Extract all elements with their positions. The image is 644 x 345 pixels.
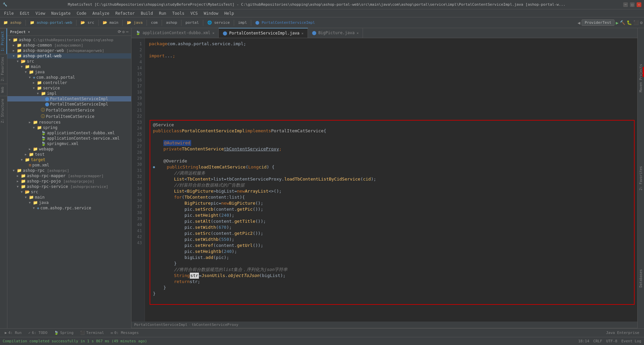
tab-todo[interactable]: ✓ 6: TODO bbox=[25, 330, 51, 336]
tab-portal-impl[interactable]: ⬤ PortalContentServiceImpl.java ✕ bbox=[219, 28, 308, 38]
menu-item-refactor[interactable]: Refactor bbox=[113, 10, 138, 16]
run-config[interactable]: ProviderTest bbox=[582, 19, 614, 26]
tree-item-portal-itemcat-impl[interactable]: ⬤ PortalItemCatServiceImpl bbox=[7, 101, 131, 107]
tree-item-portal-content-svc[interactable]: ⓘ PortalContentService bbox=[7, 107, 131, 113]
favorites-panel-label[interactable]: 2: Favorites bbox=[638, 163, 643, 193]
toolbar-portal[interactable]: portal bbox=[183, 20, 201, 25]
tree-item-rpc-src[interactable]: ▼ 📂 src bbox=[7, 189, 131, 195]
tree-item-portal-service-impl[interactable]: ⬤ PortalContentServiceImpl bbox=[7, 96, 131, 101]
portal-web-label: ashop-portal-web bbox=[23, 54, 62, 58]
menu-item-run[interactable]: Run bbox=[156, 10, 169, 16]
tree-item-target[interactable]: ▼ 📁 target bbox=[7, 157, 131, 162]
ln-43: 43 bbox=[131, 240, 145, 246]
breadcrumb-method[interactable]: tbContentServiceProxy bbox=[192, 323, 238, 327]
tree-item-rpc-main[interactable]: ▼ 📁 main bbox=[7, 195, 131, 200]
tree-item-main[interactable]: ▼ 📁 main bbox=[7, 64, 131, 69]
tree-item-service-xml[interactable]: 🍃 applicationContext-service.xml bbox=[7, 136, 131, 141]
toolbar-impl[interactable]: impl bbox=[236, 20, 249, 25]
tree-item-test[interactable]: ▶ 📁 test bbox=[7, 152, 131, 157]
sidebar-icon-sync[interactable]: ⟳ bbox=[118, 29, 121, 34]
menu-item-vcs[interactable]: VCS bbox=[188, 10, 201, 16]
tree-item-dubbo-xml[interactable]: 🍃 applicationContext-dubbo.xml bbox=[7, 130, 131, 136]
tab-bigpicture-close[interactable]: ✕ bbox=[357, 31, 359, 35]
close-button[interactable]: ✕ bbox=[637, 2, 641, 7]
tree-item-rpc-mapper[interactable]: ▶ 📁 ashop-rpc-mapper [ashoprpcmapper] bbox=[7, 173, 131, 179]
run-button[interactable]: ▶ bbox=[616, 20, 619, 25]
code-editor[interactable]: package com.ashop.portal.service.impl; i… bbox=[145, 38, 637, 322]
maximize-button[interactable]: □ bbox=[630, 2, 635, 7]
toolbar-ashop[interactable]: 📁 ashop bbox=[1, 20, 23, 25]
toolbar-class[interactable]: ⬤ PortalContentServiceImpl bbox=[253, 20, 317, 25]
menu-item-navigate[interactable]: Navigate bbox=[49, 10, 73, 16]
toolbar-src[interactable]: 📂 src bbox=[78, 20, 96, 25]
event-log[interactable]: Event Log bbox=[621, 339, 641, 343]
separator2 bbox=[76, 20, 76, 26]
toolbar-service[interactable]: 🌐 service bbox=[205, 20, 232, 25]
tree-item-ashop[interactable]: ▼ 📁 ashop C:\githubRepositories\shopping… bbox=[7, 37, 131, 43]
vtab-structure[interactable]: Z: Structure bbox=[0, 96, 7, 126]
cursor-position[interactable]: 18:14 bbox=[578, 339, 589, 343]
vtab-project[interactable]: 1: Project bbox=[0, 28, 7, 54]
menu-item-tools[interactable]: Tools bbox=[170, 10, 187, 16]
menu-item-view[interactable]: View bbox=[33, 10, 48, 16]
line-ending[interactable]: CRLF bbox=[593, 339, 602, 343]
sidebar-icon-settings[interactable]: ⚙ bbox=[122, 29, 125, 34]
menu-item-code[interactable]: Code bbox=[74, 10, 89, 16]
tab-spring[interactable]: 🍃 Spring bbox=[51, 330, 77, 336]
sidebar-icon-minimize[interactable]: — bbox=[126, 29, 128, 34]
tree-item-rpc-service[interactable]: ▼ 📁 ashop-rpc-service [ashoprpcservice] bbox=[7, 184, 131, 189]
tree-item-java[interactable]: ▼ 📁 java bbox=[7, 69, 131, 75]
toolbar-ashop2[interactable]: ashop bbox=[164, 20, 179, 25]
toolbar-main[interactable]: 📂 main bbox=[101, 20, 120, 25]
toolbar-portal-web[interactable]: 📁 ashop-portal-web bbox=[28, 20, 74, 25]
tree-item-ashop-common[interactable]: ▶ 📁 ashop-common [ashopcommon] bbox=[7, 43, 131, 48]
tree-item-rpc-package[interactable]: ▼ ◈ com.ashop.rpc.service bbox=[7, 205, 131, 211]
tree-item-pom[interactable]: m pom.xml bbox=[7, 162, 131, 168]
tree-item-webapp[interactable]: ▶ 📁 webapp bbox=[7, 146, 131, 152]
tree-item-ashop-rpc[interactable]: ▼ 📁 ashop-rpc [ashoprpc] bbox=[7, 168, 131, 173]
database-panel-label[interactable]: Databases bbox=[638, 267, 643, 290]
tree-item-package[interactable]: ▼ ◈ com.ashop.portal bbox=[7, 75, 131, 80]
tab-portal-close[interactable]: ✕ bbox=[302, 31, 304, 35]
debug-button[interactable]: 🐛 bbox=[627, 20, 632, 25]
toolbar-java[interactable]: 📂 java bbox=[125, 20, 145, 25]
tab-bigpicture[interactable]: ⬤ BigPicture.java ✕ bbox=[308, 28, 363, 38]
maven-panel-label[interactable]: Maven Projects bbox=[638, 61, 643, 95]
tree-item-springmvc-xml[interactable]: 🍃 springmvc.xml bbox=[7, 141, 131, 146]
tree-item-impl[interactable]: ▼ 📁 impl bbox=[7, 91, 131, 96]
tab-messages[interactable]: ✉ 0: Messages bbox=[107, 330, 142, 336]
tab-dubbo-xml[interactable]: 🍃 applicationContext-dubbo.xml ✕ bbox=[131, 28, 219, 38]
vtab-web[interactable]: Web bbox=[0, 84, 7, 95]
tab-dubbo-close[interactable]: ✕ bbox=[212, 31, 214, 35]
settings-icon[interactable]: ⚙ bbox=[640, 20, 643, 25]
breadcrumb-class[interactable]: PortalContentServiceImpl bbox=[134, 323, 187, 327]
menu-item-help[interactable]: Help bbox=[222, 10, 237, 16]
tab-java-enterprise[interactable]: Java Enterprise bbox=[603, 330, 643, 336]
tree-item-rpc-java[interactable]: ▼ 📁 java bbox=[7, 200, 131, 205]
tab-terminal[interactable]: ⬛ Terminal bbox=[77, 330, 107, 336]
tree-item-portal-itemcat-svc[interactable]: ⓘ PortalItemCatService bbox=[7, 113, 131, 120]
vtab-favorites[interactable]: 2: Favorites bbox=[0, 54, 7, 84]
menu-item-analyze[interactable]: Analyze bbox=[90, 10, 112, 16]
tree-item-ashop-manager[interactable]: ▶ 📁 ashop-manager-web [ashopmanagerweb] bbox=[7, 48, 131, 53]
encoding[interactable]: UTF-8 bbox=[606, 339, 617, 343]
tree-item-portal-web[interactable]: ▼ 📁 ashop-portal-web bbox=[7, 53, 131, 59]
tab-run[interactable]: ▶ 4: Run bbox=[1, 330, 25, 336]
tree-item-controller[interactable]: ▶ 📁 controller bbox=[7, 80, 131, 85]
toolbar-com[interactable]: com bbox=[149, 20, 160, 25]
tree-item-src[interactable]: ▼ 📂 src bbox=[7, 59, 131, 64]
menu-item-window[interactable]: Window bbox=[201, 10, 221, 16]
build-button[interactable]: 🔨 bbox=[620, 20, 625, 25]
menu-item-file[interactable]: File bbox=[1, 10, 16, 16]
tree-item-resources[interactable]: ▶ 📁 resources bbox=[7, 120, 131, 125]
toolbar-right: ◀ ProviderTest ▶ 🔨 🐛 ⬛ ⚙ bbox=[578, 19, 643, 26]
dubbo-xml-icon: 🍃 bbox=[41, 131, 46, 135]
tree-item-spring[interactable]: ▼ 📁 spring bbox=[7, 125, 131, 130]
minimize-button[interactable]: ─ bbox=[623, 2, 628, 7]
menu-item-build[interactable]: Build bbox=[138, 10, 156, 16]
menu-item-edit[interactable]: Edit bbox=[17, 10, 32, 16]
tree-item-rpc-pojo[interactable]: ▶ 📁 ashop-rpc-pojo [ashoprpcpojo] bbox=[7, 179, 131, 184]
tree-item-service[interactable]: ▼ 📁 service bbox=[7, 85, 131, 91]
stop-button[interactable]: ⬛ bbox=[633, 20, 639, 25]
back-button[interactable]: ◀ bbox=[578, 20, 580, 25]
